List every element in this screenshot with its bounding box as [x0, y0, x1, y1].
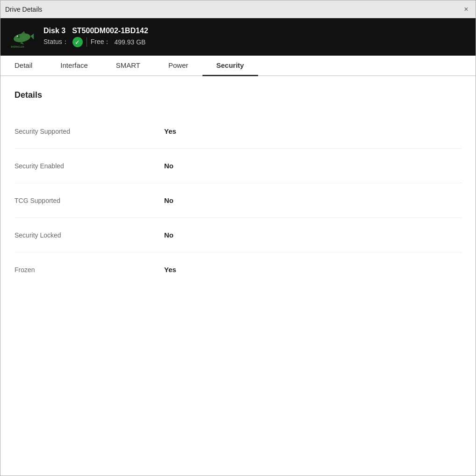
drive-status: Status： ✓ Free： 499.93 GB	[43, 37, 148, 47]
disk-model: ST500DM002-1BD142	[72, 27, 148, 35]
tab-security[interactable]: Security	[202, 56, 258, 76]
svg-marker-5	[20, 42, 24, 44]
logo-area: BARRACUDA	[8, 23, 36, 51]
value-frozen: Yes	[164, 266, 176, 274]
row-frozen: Frozen Yes	[14, 252, 462, 287]
title-bar: Drive Details ×	[0, 0, 476, 18]
value-security-enabled: No	[164, 162, 173, 170]
tab-bar: Detail Interface SMART Power Security	[0, 56, 476, 76]
svg-text:BARRACUDA: BARRACUDA	[11, 46, 24, 48]
svg-point-0	[13, 32, 31, 43]
window-title: Drive Details	[5, 6, 42, 13]
divider	[87, 37, 87, 47]
value-security-locked: No	[164, 231, 173, 239]
label-security-locked: Security Locked	[14, 231, 155, 239]
row-tcg-supported: TCG Supported No	[14, 183, 462, 218]
row-security-locked: Security Locked No	[14, 218, 462, 252]
tab-smart[interactable]: SMART	[102, 56, 154, 76]
tab-interface[interactable]: Interface	[46, 56, 101, 76]
security-content: Details Security Supported Yes Security …	[0, 76, 476, 476]
value-tcg-supported: No	[164, 196, 173, 204]
svg-point-3	[17, 36, 18, 37]
status-label: Status：	[43, 38, 69, 46]
free-label: Free：	[91, 38, 111, 46]
row-security-enabled: Security Enabled No	[14, 149, 462, 183]
status-icon: ✓	[72, 37, 83, 47]
seagate-logo: BARRACUDA	[9, 24, 35, 50]
section-title: Details	[14, 90, 462, 100]
svg-marker-4	[21, 31, 25, 34]
label-tcg-supported: TCG Supported	[14, 197, 155, 204]
label-frozen: Frozen	[14, 266, 155, 274]
tab-power[interactable]: Power	[154, 56, 202, 76]
row-security-supported: Security Supported Yes	[14, 114, 462, 149]
value-security-supported: Yes	[164, 127, 176, 135]
drive-details-window: Drive Details × BARRACUDA Disk 3 ST500DM…	[0, 0, 476, 476]
disk-label: Disk 3	[43, 27, 65, 35]
drive-info: Disk 3 ST500DM002-1BD142 Status： ✓ Free：…	[43, 27, 148, 47]
close-button[interactable]: ×	[462, 5, 471, 14]
free-value: 499.93 GB	[115, 38, 146, 46]
label-security-enabled: Security Enabled	[14, 162, 155, 170]
svg-marker-1	[30, 34, 34, 40]
label-security-supported: Security Supported	[14, 128, 155, 135]
drive-header: BARRACUDA Disk 3 ST500DM002-1BD142 Statu…	[0, 18, 476, 56]
tab-detail[interactable]: Detail	[0, 56, 46, 76]
